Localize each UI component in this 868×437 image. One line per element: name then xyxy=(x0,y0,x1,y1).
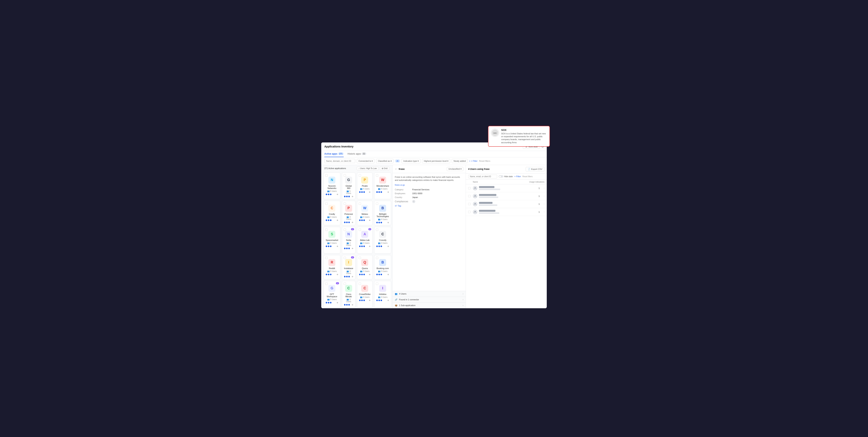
app-card[interactable]: P Pinterest 👥 4 Users ⊖ xyxy=(342,201,355,225)
tag-icon: 🏷 xyxy=(395,205,397,207)
app-card[interactable]: P Peatix 👥 4 Users ⊖ xyxy=(357,173,373,199)
subapp-section-header[interactable]: 📦 1 Sub-application › xyxy=(393,303,466,308)
dot-indicator xyxy=(348,222,350,223)
permission-filter[interactable]: Highest permission level ▾ xyxy=(422,159,450,163)
app-card-users: 👥 3 Users xyxy=(376,270,389,272)
app-name-detail: freee xyxy=(399,167,405,170)
sox-title: SOX xyxy=(501,129,547,131)
app-card[interactable]: C Credly 👥 4 Users ⊖ xyxy=(323,201,340,225)
app-card-dots: ⊖ xyxy=(326,193,338,195)
tab-historic-apps[interactable]: Historic apps 32 xyxy=(347,151,366,157)
dot-indicator xyxy=(380,300,382,301)
app-card-users: 👥 3 Users xyxy=(326,270,338,272)
app-card[interactable]: R Reddit 👥 3 Users ⊖ xyxy=(323,255,340,279)
app-card-checkbox[interactable] xyxy=(344,228,346,231)
user-row[interactable]: 1 › xyxy=(466,208,547,216)
user-row[interactable]: 1 › xyxy=(466,184,547,192)
app-card[interactable]: N Nozomi Networks 👥 5 Users ⊖ xyxy=(323,173,340,199)
app-card-checkbox[interactable] xyxy=(359,283,361,285)
app-card-checkbox[interactable] xyxy=(376,228,378,231)
app-card-checkbox[interactable] xyxy=(376,174,378,177)
reset-filters-button[interactable]: Reset filters xyxy=(479,160,490,162)
app-card-checkbox[interactable] xyxy=(325,283,328,285)
users-reset-button[interactable]: Reset filters xyxy=(522,176,533,178)
app-card-checkbox[interactable] xyxy=(344,283,346,285)
app-card[interactable]: W Webex 👥 4 Users ⊖ xyxy=(357,201,373,225)
tabs-bar: Active apps 271 Historic apps 32 xyxy=(321,151,547,157)
hide-state-toggle[interactable]: Hide state xyxy=(499,175,513,178)
sox-description: SOX is a United States federal law that … xyxy=(501,132,547,144)
grid-button[interactable]: ⊞ Grid xyxy=(380,166,389,170)
dot-indicator xyxy=(378,300,380,301)
app-card-checkbox[interactable] xyxy=(376,283,378,285)
sort-button[interactable]: ↓ Users: High To Low xyxy=(357,166,378,170)
app-card[interactable]: AI I Instabase 👥 3 Users ⊖ xyxy=(342,255,355,279)
user-check[interactable] xyxy=(468,203,473,205)
app-card-checkbox[interactable] xyxy=(344,202,346,205)
app-card[interactable]: G Global 360 👥 5 Users ⊖ xyxy=(342,173,355,199)
user-checkbox[interactable] xyxy=(468,211,470,213)
app-card[interactable]: B Booking.com 👥 3 Users ⊖ xyxy=(374,255,391,279)
users-section-header[interactable]: 👥 4 Users › xyxy=(393,291,466,297)
newly-added-filter[interactable]: Newly added xyxy=(452,159,468,163)
user-check[interactable] xyxy=(468,187,473,189)
back-button[interactable]: ← xyxy=(395,167,398,170)
users-search-input[interactable] xyxy=(468,175,497,178)
user-checkbox[interactable] xyxy=(468,187,470,189)
app-card[interactable]: W Wondershare 👥 4 Users ⊖ xyxy=(374,173,391,199)
dot-indicator xyxy=(380,222,382,223)
user-checkbox[interactable] xyxy=(468,203,470,205)
app-card-checkbox[interactable] xyxy=(359,202,361,205)
app-card-name: Quora xyxy=(359,267,371,270)
user-usage: 1 xyxy=(535,211,543,213)
app-logo: C xyxy=(345,285,352,292)
app-card[interactable]: AI G GPT Workspace 👥 3 Users ⊖ xyxy=(323,281,340,308)
app-card-checkbox[interactable] xyxy=(325,174,328,177)
app-card-users: 👥 4 Users xyxy=(376,188,389,190)
connected-filter[interactable]: Connected to ▾ xyxy=(357,159,375,163)
users-panel-filters: Hide state + Filter Reset filters xyxy=(466,174,547,180)
app-card-checkbox[interactable] xyxy=(376,257,378,259)
search-input[interactable] xyxy=(324,159,355,163)
export-csv-button[interactable]: 📄 Export CSV xyxy=(526,167,545,171)
app-link[interactable]: freee.co.jp xyxy=(395,184,463,186)
app-card-checkbox[interactable] xyxy=(359,257,361,259)
dot-indicator-right: ⊖ xyxy=(337,193,338,195)
app-card[interactable]: C Cronofy 👥 3 Users ⊖ xyxy=(374,227,391,253)
app-card-checkbox[interactable] xyxy=(359,228,361,231)
ai-badge: AI xyxy=(368,228,371,230)
app-card-checkbox[interactable] xyxy=(376,202,378,205)
tag-button[interactable]: 🏷 Tag xyxy=(395,205,401,207)
user-row[interactable]: 1 › xyxy=(466,200,547,208)
app-card-checkbox[interactable] xyxy=(344,257,346,259)
dot-indicator-right: ⊖ xyxy=(352,276,353,278)
app-card-checkbox[interactable] xyxy=(359,174,361,177)
user-checkbox[interactable] xyxy=(468,195,470,197)
add-filter-button[interactable]: + + Filter xyxy=(469,160,477,162)
app-card-checkbox[interactable] xyxy=(325,257,328,259)
app-card[interactable]: AI A Aldea Lab 👥 3 Users ⊖ xyxy=(357,227,373,253)
app-card[interactable]: C CrowdStrike 👥 3 Users ⊖ xyxy=(357,281,373,308)
app-card[interactable]: Q Quora 👥 3 Users ⊖ xyxy=(357,255,373,279)
user-row[interactable]: 1 › xyxy=(466,192,547,200)
connector-section-header[interactable]: 🔗 Found in 1 connector › xyxy=(393,297,466,303)
indication-filter[interactable]: Indication type ▾ xyxy=(402,159,421,163)
app-card[interactable]: I Infoblox 👥 3 Users ⊖ xyxy=(374,281,391,308)
users-filter-button[interactable]: + Filter xyxy=(514,175,521,178)
app-card[interactable]: B BitSight Technologies 👥 4 Users ⊖ xyxy=(374,201,391,225)
hide-state-switch[interactable] xyxy=(499,175,503,178)
classification-button[interactable]: Unclassified ▾ xyxy=(447,167,463,171)
app-card[interactable]: S Spacemarket 👥 3 Users ⊖ xyxy=(323,227,340,253)
tab-active-apps[interactable]: Active apps 271 xyxy=(324,151,344,157)
app-card-checkbox[interactable] xyxy=(325,202,328,205)
app-card[interactable]: AI N Notta 👥 3 Users ⊖ xyxy=(342,227,355,253)
ai-toggle[interactable]: AI xyxy=(395,159,400,162)
user-check[interactable] xyxy=(468,211,473,213)
dot-indicator xyxy=(344,304,346,306)
app-card[interactable]: C Cisco Meraki 👥 3 Users ⊖ xyxy=(342,281,355,308)
app-card-checkbox[interactable] xyxy=(344,174,346,177)
classified-filter[interactable]: Classified as ▾ xyxy=(376,159,393,163)
user-check[interactable] xyxy=(468,195,473,197)
dots-left xyxy=(376,274,382,275)
app-card-checkbox[interactable] xyxy=(325,228,328,231)
